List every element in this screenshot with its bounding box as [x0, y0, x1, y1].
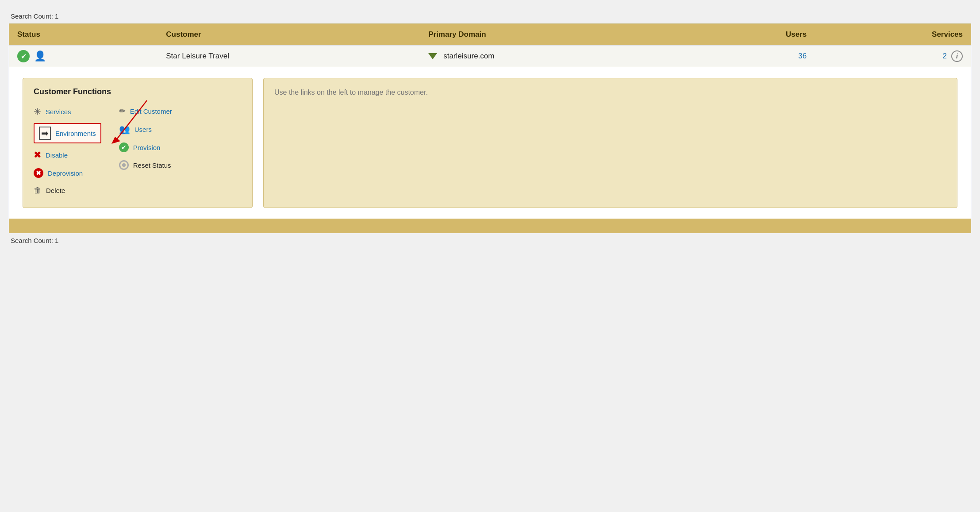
- delete-icon: 🗑: [34, 186, 42, 195]
- func-item-environments[interactable]: ➡ Environments: [34, 123, 101, 143]
- status-active-icon: ✔: [17, 50, 30, 62]
- domain-label: starleisure.com: [443, 52, 494, 61]
- expanded-content: Customer Functions ✳ Services: [9, 67, 971, 219]
- customer-functions-title: Customer Functions: [34, 87, 240, 96]
- customer-name-label: Star Leisure Travel: [166, 52, 229, 60]
- disable-link[interactable]: Disable: [46, 151, 68, 159]
- users-count-label: 36: [798, 52, 807, 60]
- func-item-services[interactable]: ✳ Services: [34, 104, 101, 119]
- func-item-deprovision[interactable]: ✖ Deprovision: [34, 166, 101, 180]
- table-header-row: Status Customer Primary Domain Users Ser…: [9, 24, 971, 46]
- edit-customer-link[interactable]: Edit Customer: [130, 108, 172, 115]
- table-footer-row: [9, 219, 971, 233]
- func-item-disable[interactable]: ✖ Disable: [34, 148, 101, 162]
- services-count-label: 2: [943, 52, 947, 61]
- services-cell: 2 i: [815, 46, 971, 67]
- services-link[interactable]: Services: [46, 108, 71, 115]
- delete-label[interactable]: Delete: [46, 187, 65, 194]
- deprovision-link[interactable]: Deprovision: [48, 169, 83, 177]
- customer-name-cell: Star Leisure Travel: [158, 46, 420, 67]
- provision-link[interactable]: Provision: [133, 144, 161, 151]
- table-footer-cell: [9, 219, 971, 233]
- search-count-bottom: Search Count: 1: [9, 233, 971, 248]
- deprovision-icon: ✖: [34, 168, 43, 178]
- left-functions-col: ✳ Services ➡ Environments: [34, 104, 101, 197]
- header-customer: Customer: [158, 24, 420, 46]
- reset-status-icon: [119, 160, 129, 170]
- header-primary-domain: Primary Domain: [420, 24, 692, 46]
- main-table: Status Customer Primary Domain Users Ser…: [9, 23, 971, 233]
- customer-avatar-icon: 👤: [34, 50, 46, 62]
- func-item-reset-status[interactable]: Reset Status: [119, 158, 172, 172]
- reset-status-label[interactable]: Reset Status: [133, 162, 171, 169]
- help-box: Use the links on the left to manage the …: [263, 78, 957, 208]
- header-users: Users: [692, 24, 815, 46]
- environments-link[interactable]: Environments: [55, 130, 96, 137]
- func-item-provision[interactable]: ✔ Provision: [119, 141, 172, 154]
- expand-triangle-icon[interactable]: [428, 53, 437, 59]
- right-functions-col: ✏ Edit Customer 👥 Users ✔: [119, 104, 172, 197]
- status-cell: ✔ 👤: [9, 46, 158, 67]
- customer-functions-box: Customer Functions ✳ Services: [23, 78, 253, 208]
- domain-cell: starleisure.com: [420, 46, 692, 67]
- users-icon: 👥: [119, 124, 130, 135]
- disable-icon: ✖: [34, 150, 41, 160]
- services-icon: ✳: [34, 106, 41, 117]
- func-item-users[interactable]: 👥 Users: [119, 122, 172, 136]
- reset-inner: [122, 163, 126, 167]
- expanded-row: Customer Functions ✳ Services: [9, 67, 971, 219]
- provision-icon: ✔: [119, 142, 129, 152]
- environments-icon: ➡: [39, 127, 51, 140]
- users-count-cell[interactable]: 36: [692, 46, 815, 67]
- search-count-top: Search Count: 1: [9, 9, 971, 23]
- help-text: Use the links on the left to manage the …: [274, 87, 428, 98]
- expanded-cell: Customer Functions ✳ Services: [9, 67, 971, 219]
- func-item-delete[interactable]: 🗑 Delete: [34, 184, 101, 197]
- functions-wrapper: ✳ Services ➡ Environments: [34, 104, 240, 197]
- customer-row: ✔ 👤 Star Leisure Travel starleisure.com …: [9, 46, 971, 67]
- info-icon[interactable]: i: [951, 50, 963, 62]
- edit-icon: ✏: [119, 106, 126, 116]
- header-status: Status: [9, 24, 158, 46]
- func-item-edit-customer[interactable]: ✏ Edit Customer: [119, 104, 172, 118]
- users-link[interactable]: Users: [135, 126, 152, 133]
- header-services: Services: [815, 24, 971, 46]
